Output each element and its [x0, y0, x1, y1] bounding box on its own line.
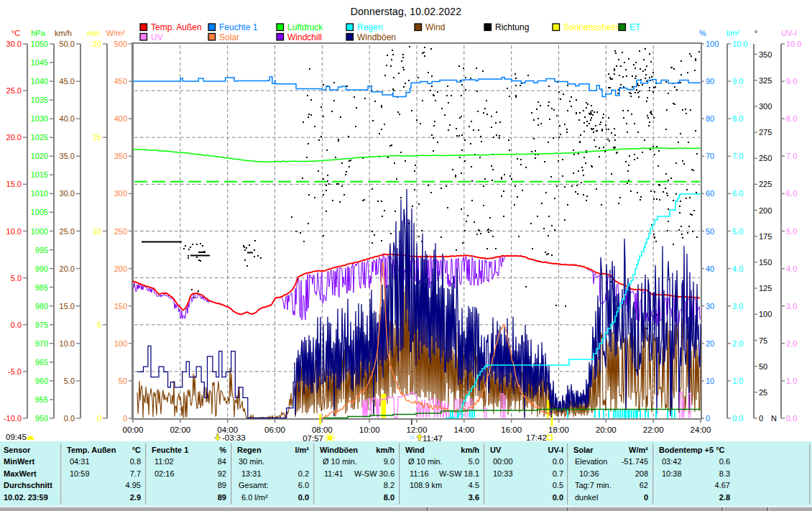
- svg-text:0: 0: [759, 414, 763, 423]
- svg-text:W-SW 18.1: W-SW 18.1: [439, 469, 479, 478]
- svg-text:Gesamt:: Gesamt:: [239, 481, 269, 489]
- svg-text:6.0 l/m²: 6.0 l/m²: [241, 493, 268, 502]
- svg-text:100: 100: [759, 310, 772, 318]
- svg-text:10.0: 10.0: [786, 40, 801, 48]
- svg-text:100: 100: [706, 40, 719, 48]
- svg-text:208: 208: [635, 469, 648, 478]
- svg-text:8.2: 8.2: [384, 481, 395, 489]
- svg-text:1025: 1025: [31, 133, 48, 142]
- svg-text:6.0: 6.0: [298, 481, 309, 489]
- svg-text:02:00: 02:00: [170, 425, 190, 434]
- svg-text:km/h: km/h: [376, 446, 395, 454]
- svg-text:995: 995: [35, 246, 48, 254]
- svg-text:Feuchte 1: Feuchte 1: [219, 22, 258, 32]
- svg-text:500: 500: [114, 40, 127, 48]
- svg-text:985: 985: [35, 283, 48, 292]
- svg-text:60: 60: [706, 189, 714, 198]
- svg-text:Ø 10 min.: Ø 10 min.: [323, 457, 357, 466]
- svg-text:Wind: Wind: [405, 446, 425, 454]
- svg-text:1045: 1045: [31, 58, 48, 67]
- svg-text:Solar: Solar: [219, 32, 239, 42]
- svg-text:00:00: 00:00: [123, 425, 144, 434]
- svg-text:200: 200: [114, 264, 127, 273]
- svg-text:15.0: 15.0: [6, 180, 22, 188]
- svg-text:16:00: 16:00: [501, 425, 522, 434]
- svg-text:1035: 1035: [31, 96, 48, 104]
- svg-text:30.0: 30.0: [60, 189, 75, 198]
- svg-text:84: 84: [218, 457, 226, 466]
- svg-text:100: 100: [114, 339, 127, 348]
- svg-text:70: 70: [706, 152, 714, 160]
- svg-text:50: 50: [759, 362, 767, 371]
- svg-text:1010: 1010: [31, 189, 48, 198]
- svg-text:108.9 km: 108.9 km: [410, 481, 442, 489]
- svg-text:6.0: 6.0: [732, 189, 743, 198]
- svg-text:40.0: 40.0: [60, 114, 75, 123]
- svg-text:25.0: 25.0: [60, 227, 75, 236]
- svg-text:Ø 10 min.: Ø 10 min.: [408, 457, 443, 466]
- svg-text:225: 225: [759, 180, 772, 188]
- svg-text:50: 50: [706, 227, 714, 236]
- svg-text:10:00: 10:00: [359, 425, 380, 434]
- svg-text:10.02. 23:59: 10.02. 23:59: [4, 493, 48, 502]
- svg-text:0.0: 0.0: [11, 321, 22, 329]
- svg-text:9.0: 9.0: [732, 77, 743, 86]
- svg-text:N: N: [771, 414, 777, 423]
- svg-text:ET: ET: [629, 22, 641, 32]
- svg-text:4.95: 4.95: [126, 481, 141, 489]
- svg-text:07:57: 07:57: [303, 434, 323, 443]
- svg-text:Sensor: Sensor: [4, 446, 31, 454]
- svg-text:30: 30: [706, 302, 714, 310]
- svg-text:Windböen: Windböen: [320, 446, 358, 454]
- svg-text:75: 75: [759, 336, 767, 345]
- svg-text:5.0: 5.0: [469, 457, 479, 466]
- svg-text:275: 275: [759, 128, 772, 137]
- svg-text:4.67: 4.67: [715, 481, 730, 489]
- svg-text:1040: 1040: [31, 77, 48, 86]
- svg-text:300: 300: [114, 189, 127, 198]
- svg-text:10:33: 10:33: [493, 469, 513, 478]
- svg-text:04:31: 04:31: [70, 457, 90, 466]
- svg-text:89: 89: [218, 493, 226, 502]
- svg-text:W-SW 30.6: W-SW 30.6: [354, 469, 395, 478]
- svg-text:03:42: 03:42: [662, 457, 682, 466]
- svg-text:8.0: 8.0: [786, 114, 797, 123]
- svg-text:1030: 1030: [31, 114, 48, 123]
- svg-text:Sonnenschein: Sonnenschein: [563, 22, 618, 32]
- svg-text:4.0: 4.0: [732, 264, 743, 273]
- svg-text:1005: 1005: [31, 208, 48, 216]
- svg-text:450: 450: [114, 77, 127, 86]
- svg-text:dunkel: dunkel: [575, 493, 598, 502]
- svg-text:Regen: Regen: [237, 446, 262, 454]
- svg-text:0.2: 0.2: [298, 469, 309, 478]
- svg-text:80: 80: [706, 114, 714, 123]
- svg-text:62: 62: [640, 481, 648, 489]
- svg-text:Temp. Außen: Temp. Außen: [67, 446, 116, 454]
- svg-text:Windböen: Windböen: [357, 32, 396, 42]
- svg-text:2.0: 2.0: [786, 339, 797, 348]
- svg-text:960: 960: [35, 377, 48, 385]
- svg-text:Richtung: Richtung: [495, 22, 529, 32]
- svg-text:11:02: 11:02: [154, 457, 174, 466]
- svg-text:°C: °C: [132, 446, 141, 454]
- svg-text:Regen: Regen: [357, 22, 382, 32]
- svg-text:Tag:7 min.: Tag:7 min.: [575, 481, 612, 489]
- svg-text:25.0: 25.0: [6, 86, 22, 95]
- svg-text:8.0: 8.0: [384, 493, 395, 502]
- svg-text:300: 300: [759, 102, 772, 111]
- svg-text:0.6: 0.6: [719, 457, 730, 466]
- svg-text:7.0: 7.0: [732, 152, 743, 160]
- svg-text:0.0: 0.0: [64, 414, 75, 423]
- svg-text:5.0: 5.0: [732, 227, 743, 236]
- svg-text:%: %: [219, 446, 226, 454]
- svg-text:1000: 1000: [31, 227, 48, 236]
- svg-text:10.0: 10.0: [732, 40, 747, 48]
- svg-text:0.8: 0.8: [130, 457, 141, 466]
- svg-text:-10.0: -10.0: [4, 414, 22, 423]
- svg-text:8.3: 8.3: [719, 469, 730, 478]
- svg-text:24:00: 24:00: [691, 425, 711, 434]
- svg-text:3.6: 3.6: [469, 493, 479, 502]
- svg-text:UV-I: UV-I: [548, 446, 563, 454]
- svg-text:l/m²: l/m²: [726, 29, 740, 37]
- svg-text:0.0: 0.0: [553, 457, 563, 466]
